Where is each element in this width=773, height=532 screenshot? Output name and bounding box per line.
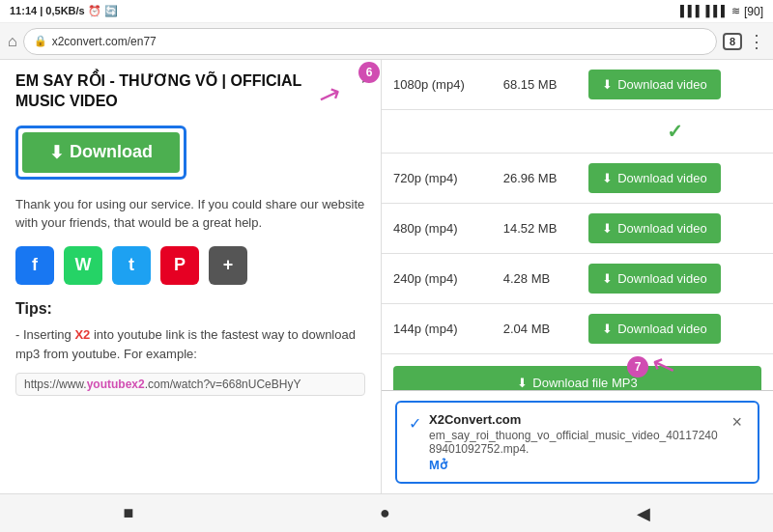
table-row: 1080p (mp4)68.15 MB⬇ Download video — [382, 60, 773, 110]
menu-dots[interactable]: ⋮ — [748, 31, 765, 52]
dl-icon: ⬇ — [602, 77, 613, 92]
whatsapp-button[interactable]: W — [64, 246, 102, 285]
action-cell: ⬇ Download video — [577, 254, 773, 304]
tab-count[interactable]: 8 — [723, 33, 742, 50]
video-title: EM SAY RỒI - THƯƠNG VÕ | OFFICIAL MUSIC … — [15, 71, 365, 112]
download-button-border: ⬇ Download — [15, 126, 186, 180]
address-bar: ⌂ 🔒 x2convert.com/en77 8 ⋮ — [0, 23, 773, 60]
twitter-button[interactable]: t — [112, 246, 151, 285]
action-cell: ⬇ Download video — [577, 60, 773, 110]
quality-cell: 144p (mp4) — [382, 304, 492, 354]
notif-filename: em_say_roi_thuong_vo_official_music_vide… — [429, 429, 720, 456]
plus-button[interactable]: + — [209, 246, 247, 285]
dl-icon: ⬇ — [602, 322, 613, 336]
nav-circle-button[interactable]: ● — [360, 497, 410, 529]
checkmark-cell: ✓ — [577, 110, 773, 154]
battery-level: 90 — [747, 5, 759, 18]
nav-back-button[interactable]: ◀ — [617, 497, 670, 530]
dl-icon: ⬇ — [602, 271, 613, 286]
tips-section: Tips: - Inserting X2 into youtube link i… — [15, 300, 365, 397]
quality-cell: 240p (mp4) — [382, 254, 492, 304]
table-row: 720p (mp4)26.96 MB⬇ Download video — [382, 154, 773, 204]
data-speed: 0,5KB/s — [45, 5, 84, 16]
dl-icon: ⬇ — [602, 171, 613, 185]
download-video-button[interactable]: ⬇ Download video — [588, 213, 721, 243]
thank-you-text: Thank you for using our service. If you … — [15, 195, 365, 233]
annotation-arrow-7: ↙ — [649, 353, 679, 380]
action-cell: ⬇ Download video — [577, 204, 773, 254]
notif-text-block: X2Convert.com em_say_roi_thuong_vo_offic… — [429, 412, 720, 472]
download-icon: ⬇ — [49, 142, 64, 163]
tips-highlight: X2 — [74, 327, 90, 342]
download-label: Download — [70, 142, 153, 162]
tips-text-before: - Inserting — [15, 327, 74, 342]
lock-icon: 🔒 — [34, 35, 47, 47]
download-button[interactable]: ⬇ Download — [22, 132, 180, 173]
notif-open-button[interactable]: Mở — [429, 458, 720, 472]
tips-text: - Inserting X2 into youtube link is the … — [15, 325, 365, 366]
table-row: 480p (mp4)14.52 MB⬇ Download video — [382, 204, 773, 254]
size-cell: 4.28 MB — [492, 254, 577, 304]
url-text: x2convert.com/en77 — [52, 35, 157, 48]
home-button[interactable]: ⌂ — [8, 33, 17, 50]
size-cell: 26.96 MB — [492, 154, 577, 204]
status-right-icons: ▌▌▌ ▌▌▌ ≋ [90] — [680, 5, 763, 18]
nav-square-button[interactable]: ■ — [103, 497, 153, 529]
download-btn-wrapper: 6 ↙ ⬇ Download — [15, 126, 365, 180]
dl-icon: ⬇ — [602, 221, 613, 236]
quality-cell: 720p (mp4) — [382, 154, 492, 204]
left-panel: × EM SAY RỒI - THƯƠNG VÕ | OFFICIAL MUSI… — [0, 60, 382, 493]
battery-icon: [90] — [744, 5, 763, 18]
checkmark-row: ✓ — [382, 110, 773, 154]
action-cell: ⬇ Download video — [577, 154, 773, 204]
time: 11:14 — [10, 5, 37, 16]
notification-content: ✓ X2Convert.com em_say_roi_thuong_vo_off… — [395, 401, 759, 484]
download-notification: 7 ↙ ✓ X2Convert.com em_say_roi_thuong_vo… — [382, 390, 773, 493]
notif-check-icon: ✓ — [409, 414, 421, 433]
example-url: https://www.youtubex2.com/watch?v=668nUC… — [15, 373, 365, 396]
size-cell: 68.15 MB — [492, 60, 577, 110]
facebook-button[interactable]: f — [15, 246, 54, 285]
action-cell: ⬇ Download video — [577, 304, 773, 354]
annotation-bubble-7: 7 — [627, 356, 648, 378]
pinterest-button[interactable]: P — [160, 246, 199, 285]
mp3-cell: ⬇ Download file MP3 — [382, 354, 773, 390]
notif-site: X2Convert.com — [429, 412, 720, 427]
mp3-download-icon: ⬇ — [517, 376, 528, 390]
url-box[interactable]: 🔒 x2convert.com/en77 — [23, 28, 717, 55]
table-row: 144p (mp4)2.04 MB⬇ Download video — [382, 304, 773, 354]
right-panel: 1080p (mp4)68.15 MB⬇ Download video✓720p… — [382, 60, 773, 493]
download-video-button[interactable]: ⬇ Download video — [588, 163, 721, 193]
mp3-row: ⬇ Download file MP3 — [382, 354, 773, 390]
table-row: 240p (mp4)4.28 MB⬇ Download video — [382, 254, 773, 304]
example-highlight: youtubex2 — [87, 378, 145, 391]
size-cell: 14.52 MB — [492, 204, 577, 254]
mp3-download-button[interactable]: ⬇ Download file MP3 — [393, 366, 761, 390]
status-time-data: 11:14 | 0,5KB/s ⏰ 🔄 — [10, 5, 118, 17]
download-video-button[interactable]: ⬇ Download video — [588, 264, 721, 294]
checkmark-icon: ✓ — [667, 121, 683, 142]
main-content: × EM SAY RỒI - THƯƠNG VÕ | OFFICIAL MUSI… — [0, 60, 773, 493]
download-video-button[interactable]: ⬇ Download video — [588, 70, 721, 99]
bottom-nav: ■ ● ◀ — [0, 493, 773, 532]
quality-cell: 1080p (mp4) — [382, 60, 492, 110]
status-icons: ⏰ 🔄 — [88, 5, 118, 16]
annotation-bubble-6: 6 — [358, 62, 380, 83]
size-cell: 2.04 MB — [492, 304, 577, 354]
notification-close-button[interactable]: × — [728, 412, 746, 433]
quality-table: 1080p (mp4)68.15 MB⬇ Download video✓720p… — [382, 60, 773, 354]
signal-icons: ▌▌▌ ▌▌▌ ≋ — [680, 5, 740, 17]
annotation-7: 7 ↙ — [627, 356, 676, 378]
tips-title: Tips: — [15, 300, 365, 318]
mp3-table: ⬇ Download file MP3 — [382, 354, 773, 390]
download-table: 1080p (mp4)68.15 MB⬇ Download video✓720p… — [382, 60, 773, 390]
status-bar: 11:14 | 0,5KB/s ⏰ 🔄 ▌▌▌ ▌▌▌ ≋ [90] — [0, 0, 773, 23]
download-video-button[interactable]: ⬇ Download video — [588, 314, 721, 344]
quality-cell: 480p (mp4) — [382, 204, 492, 254]
mp3-btn-label: Download file MP3 — [532, 376, 637, 390]
social-buttons: f W t P + — [15, 246, 365, 285]
